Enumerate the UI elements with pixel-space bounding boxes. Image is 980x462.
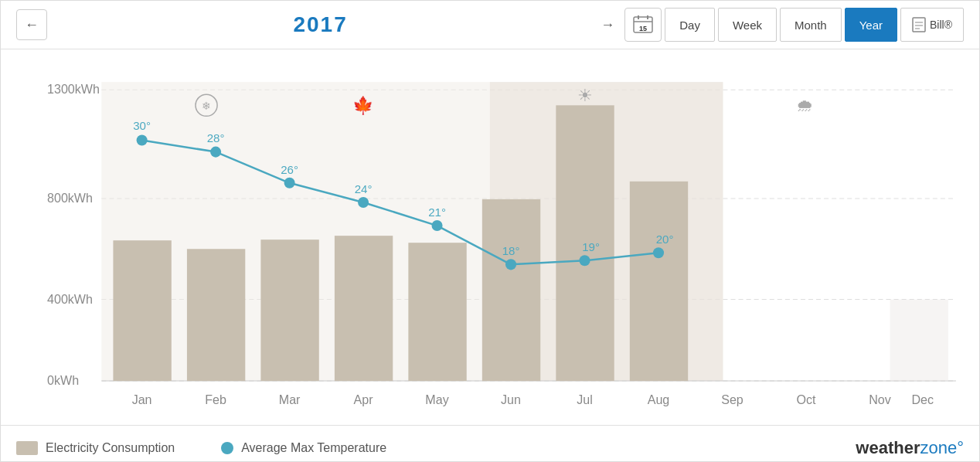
spring-icon: 🍁 bbox=[352, 95, 374, 116]
bill-label: Bill® bbox=[930, 19, 952, 31]
forward-icon: → bbox=[601, 17, 614, 33]
nav-controls: → 15 Day Week Month Year bbox=[594, 8, 964, 42]
bar-jun bbox=[482, 199, 540, 381]
bar-jan bbox=[113, 240, 171, 381]
forward-button[interactable]: → bbox=[594, 11, 621, 39]
tab-year[interactable]: Year bbox=[845, 8, 897, 42]
y-label-1300: 1300kWh bbox=[47, 82, 100, 96]
x-aug: Aug bbox=[648, 392, 670, 406]
temp-feb: 28° bbox=[207, 131, 225, 144]
chart-svg: 1300kWh 800kWh 400kWh 0kWh bbox=[47, 57, 964, 425]
x-mar: Mar bbox=[279, 392, 301, 406]
bill-button[interactable]: Bill® bbox=[900, 8, 964, 42]
calendar-button[interactable]: 15 bbox=[624, 8, 662, 42]
tab-month[interactable]: Month bbox=[780, 8, 842, 42]
y-label-400: 400kWh bbox=[47, 292, 93, 306]
temp-jul: 19° bbox=[582, 240, 600, 253]
legend-electricity-icon bbox=[16, 441, 38, 455]
temp-apr: 24° bbox=[355, 182, 373, 195]
temp-mar: 26° bbox=[281, 163, 298, 176]
temp-jan: 30° bbox=[133, 119, 151, 132]
x-may: May bbox=[425, 392, 448, 406]
svg-rect-5 bbox=[913, 18, 925, 32]
dot-may bbox=[432, 220, 443, 231]
bar-apr bbox=[335, 236, 393, 381]
legend-electricity: Electricity Consumption bbox=[16, 441, 175, 455]
temp-jun: 18° bbox=[502, 244, 520, 257]
dot-jul bbox=[579, 255, 590, 266]
legend-temperature-icon bbox=[221, 442, 233, 454]
temp-aug: 20° bbox=[656, 233, 674, 246]
legend-electricity-label: Electricity Consumption bbox=[46, 441, 175, 455]
tab-day[interactable]: Day bbox=[665, 8, 715, 42]
calendar-icon: 15 bbox=[632, 14, 654, 36]
x-dec: Dec bbox=[911, 392, 934, 406]
autumn-icon: 🌧 bbox=[796, 96, 813, 115]
bar-feb bbox=[187, 249, 245, 381]
legend-temperature-label: Average Max Temperature bbox=[241, 441, 386, 455]
x-jul: Jul bbox=[577, 392, 593, 406]
x-jun: Jun bbox=[501, 392, 521, 406]
svg-text:15: 15 bbox=[639, 25, 647, 32]
header: ← 2017 → 15 Day Week Month Year bbox=[1, 1, 979, 49]
x-feb: Feb bbox=[205, 392, 226, 406]
app-container: ← 2017 → 15 Day Week Month Year bbox=[0, 0, 980, 462]
bar-mar bbox=[260, 239, 318, 381]
dot-jan bbox=[137, 134, 148, 145]
tab-week[interactable]: Week bbox=[718, 8, 777, 42]
dot-aug bbox=[653, 247, 664, 258]
y-label-0: 0kWh bbox=[47, 373, 79, 387]
year-title: 2017 bbox=[47, 12, 594, 37]
dot-jun bbox=[505, 259, 516, 270]
bar-may bbox=[408, 243, 466, 381]
chart-area: 1300kWh 800kWh 400kWh 0kWh bbox=[1, 49, 979, 425]
back-button[interactable]: ← bbox=[16, 9, 47, 40]
bar-dec bbox=[890, 300, 948, 382]
back-icon: ← bbox=[25, 17, 39, 33]
legend-temperature: Average Max Temperature bbox=[221, 441, 386, 455]
summer-icon: ☀ bbox=[577, 86, 593, 105]
y-label-800: 800kWh bbox=[47, 191, 93, 205]
bar-aug bbox=[630, 182, 688, 381]
dot-mar bbox=[284, 178, 295, 189]
brand-zone: zone° bbox=[920, 438, 964, 457]
x-nov: Nov bbox=[869, 392, 891, 406]
x-sep: Sep bbox=[721, 392, 744, 406]
dot-feb bbox=[210, 147, 221, 158]
x-apr: Apr bbox=[354, 392, 374, 406]
dot-apr bbox=[358, 197, 369, 208]
x-oct: Oct bbox=[796, 392, 816, 406]
x-jan: Jan bbox=[132, 392, 152, 406]
bill-icon bbox=[912, 17, 926, 32]
weatherzone-brand: weatherzone° bbox=[856, 438, 964, 458]
brand-weather: weather bbox=[856, 438, 920, 457]
legend: Electricity Consumption Average Max Temp… bbox=[1, 425, 979, 462]
chart-wrapper: 1300kWh 800kWh 400kWh 0kWh bbox=[47, 57, 964, 425]
temp-may: 21° bbox=[428, 206, 446, 219]
winter-symbol: ❄ bbox=[202, 100, 211, 112]
